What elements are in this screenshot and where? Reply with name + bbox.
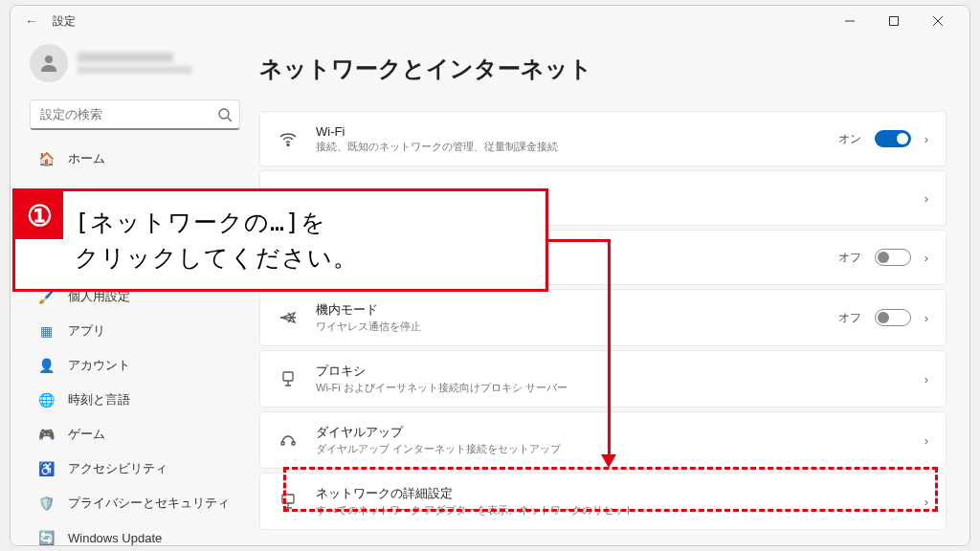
- chevron-right-icon: ›: [924, 132, 928, 146]
- card-proxy[interactable]: プロキシ Wi-Fi およびイーサネット接続向けプロキシ サーバー ›: [259, 350, 947, 408]
- card-title: ダイヤルアップ: [316, 424, 924, 441]
- sidebar-item-update[interactable]: 🔄Windows Update: [30, 520, 240, 546]
- sidebar-item-accessibility[interactable]: ♿アクセシビリティ: [30, 452, 240, 486]
- home-icon: 🏠: [37, 150, 55, 167]
- dialup-icon: [278, 430, 299, 451]
- account-icon: 👤: [37, 357, 55, 374]
- annotation-number: ①: [15, 191, 63, 239]
- sidebar-item-label: プライバシーとセキュリティ: [68, 495, 230, 512]
- apps-icon: ▦: [37, 322, 55, 340]
- svg-rect-10: [283, 372, 293, 381]
- card-airplane[interactable]: 機内モード ワイヤレス通信を停止 オフ ›: [259, 289, 947, 346]
- search-icon: [217, 107, 233, 122]
- search-input[interactable]: [30, 99, 240, 130]
- sidebar-item-label: アカウント: [68, 357, 130, 374]
- update-icon: 🔄: [37, 529, 55, 546]
- sidebar-item-label: ゲーム: [68, 426, 105, 443]
- proxy-icon: [278, 368, 299, 389]
- sidebar-item-gaming[interactable]: 🎮ゲーム: [30, 417, 240, 452]
- back-button[interactable]: ←: [20, 10, 43, 33]
- status-label: オン: [838, 131, 861, 147]
- chevron-right-icon: ›: [924, 495, 928, 509]
- card-title: 機内モード: [316, 301, 838, 319]
- svg-point-5: [219, 109, 229, 119]
- status-label: オフ: [838, 310, 861, 326]
- airplane-toggle[interactable]: [875, 309, 911, 326]
- sidebar-item-label: アプリ: [68, 322, 105, 340]
- svg-point-4: [45, 55, 53, 63]
- svg-point-7: [287, 144, 289, 146]
- card-title: ネットワークの詳細設定: [316, 485, 924, 502]
- chevron-right-icon: ›: [924, 372, 928, 386]
- search-box: [30, 99, 240, 130]
- annotation-text: [ネットワークの…]を クリックしてください。: [63, 191, 546, 289]
- svg-line-6: [228, 118, 232, 121]
- wifi-icon: [278, 128, 299, 149]
- sidebar-item-label: ホーム: [68, 150, 105, 167]
- chevron-right-icon: ›: [924, 251, 928, 265]
- card-wifi[interactable]: Wi-Fi 接続、既知のネットワークの管理、従量制課金接続 オン ›: [259, 111, 947, 166]
- card-title: Wi-Fi: [316, 124, 838, 139]
- profile-mail-blur: [78, 66, 192, 74]
- chevron-right-icon: ›: [924, 311, 928, 325]
- avatar: [30, 44, 68, 82]
- profile-section[interactable]: [30, 36, 240, 90]
- card-sub: 接続、既知のネットワークの管理、従量制課金接続: [316, 140, 838, 154]
- chevron-right-icon: ›: [924, 191, 928, 206]
- sidebar-item-label: アクセシビリティ: [68, 460, 167, 477]
- advanced-icon: [278, 491, 299, 512]
- time-icon: 🌐: [37, 391, 55, 408]
- profile-name-blur: [78, 53, 173, 62]
- svg-rect-11: [281, 442, 284, 445]
- accessibility-icon: ♿: [37, 460, 55, 477]
- annotation-arrow: [608, 239, 611, 459]
- svg-rect-1: [890, 17, 899, 26]
- airplane-icon: [278, 307, 299, 328]
- close-button[interactable]: [916, 6, 960, 36]
- annotation-arrow-head: [601, 454, 616, 468]
- chevron-right-icon: ›: [924, 433, 928, 448]
- sidebar-item-privacy[interactable]: 🛡️プライバシーとセキュリティ: [30, 486, 240, 520]
- status-label: オフ: [838, 250, 861, 266]
- hotspot-toggle[interactable]: [875, 249, 911, 266]
- card-sub: Wi-Fi およびイーサネット接続向けプロキシ サーバー: [316, 381, 924, 395]
- card-sub: すべてのネットワーク アダプターを表示、ネットワークのリセット: [316, 503, 924, 518]
- card-sub: ワイヤレス通信を停止: [316, 320, 838, 334]
- gaming-icon: 🎮: [37, 426, 55, 443]
- titlebar: ← 設定: [11, 6, 969, 36]
- sidebar-item-apps[interactable]: ▦アプリ: [30, 314, 240, 348]
- svg-rect-13: [282, 495, 294, 503]
- annotation-callout: ① [ネットワークの…]を クリックしてください。: [12, 188, 548, 292]
- sidebar-item-time[interactable]: 🌐時刻と言語: [30, 383, 240, 417]
- minimize-button[interactable]: [828, 6, 872, 36]
- window-controls: [828, 6, 960, 36]
- page-title: ネットワークとインターネット: [259, 54, 947, 84]
- window-title: 設定: [53, 13, 76, 30]
- sidebar-item-label: 時刻と言語: [68, 391, 130, 408]
- annotation-arrow: [548, 239, 611, 242]
- sidebar-item-label: Windows Update: [68, 531, 162, 545]
- sidebar-item-account[interactable]: 👤アカウント: [30, 348, 240, 383]
- sidebar-item-home[interactable]: 🏠ホーム: [30, 142, 240, 176]
- svg-rect-12: [292, 442, 295, 445]
- wifi-toggle[interactable]: [875, 130, 911, 147]
- card-advanced-network[interactable]: ネットワークの詳細設定 すべてのネットワーク アダプターを表示、ネットワークのリ…: [259, 473, 947, 530]
- card-title: プロキシ: [316, 363, 924, 380]
- maximize-button[interactable]: [872, 6, 916, 36]
- privacy-icon: 🛡️: [37, 495, 55, 512]
- card-sub: ダイヤルアップ インターネット接続をセットアップ: [316, 442, 924, 456]
